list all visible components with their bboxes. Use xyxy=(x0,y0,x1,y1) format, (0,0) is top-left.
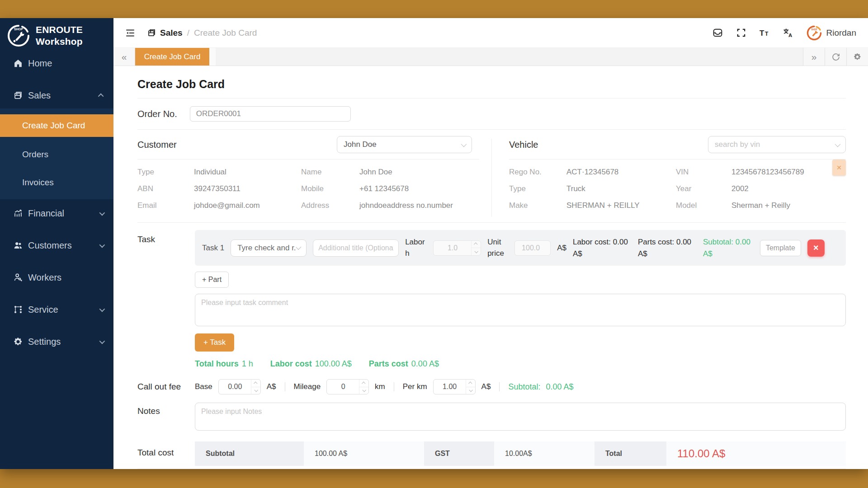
user-name: Riordan xyxy=(826,28,856,38)
inbox-button[interactable] xyxy=(712,27,723,39)
tab-settings-button[interactable] xyxy=(846,48,868,66)
detail-label: Type xyxy=(137,168,194,177)
unit-price-field[interactable] xyxy=(514,240,551,256)
stepper-up-button[interactable] xyxy=(472,241,481,248)
tab-create-job-card[interactable]: Create Job Card xyxy=(135,48,209,66)
order-no-row: Order No. xyxy=(137,99,846,129)
stepper-up-button[interactable] xyxy=(359,380,368,387)
detail-label: Name xyxy=(301,168,359,177)
font-size-button[interactable]: T T xyxy=(759,27,770,39)
avatar: SHOP xyxy=(807,25,822,41)
stepper-down-button[interactable] xyxy=(466,387,475,394)
parts-cost-total-value: 0.00 A$ xyxy=(411,359,439,368)
sidebar-item-label: Sales xyxy=(28,90,51,101)
sidebar-item-service[interactable]: Service xyxy=(0,299,113,320)
breadcrumb-sales-link[interactable]: Sales xyxy=(147,28,183,38)
app-window: SHOP ENROUTE Workshop Home xyxy=(0,18,868,469)
reload-icon xyxy=(831,52,840,61)
stepper-handles[interactable] xyxy=(471,241,481,255)
chevron-up-icon xyxy=(362,381,365,385)
sidebar-item-customers[interactable]: Customers xyxy=(0,235,113,256)
task-labor-cost: Labor cost: 0.00 A$ xyxy=(573,236,632,259)
per-km-stepper[interactable] xyxy=(433,379,476,394)
add-part-button[interactable]: + Part xyxy=(195,272,229,288)
sidebar-fold-button[interactable] xyxy=(123,26,137,40)
chevron-down-icon xyxy=(461,141,467,147)
call-out-fee-row: Call out fee Base A$ Mileage xyxy=(137,372,846,401)
stepper-down-button[interactable] xyxy=(251,387,260,394)
tab-reload-button[interactable] xyxy=(825,48,846,66)
subtotal-header-cell: Subtotal xyxy=(195,441,304,466)
template-button[interactable]: Template xyxy=(760,240,801,256)
chevron-down-icon xyxy=(469,388,472,392)
call-out-subtotal-value: 0.00 A$ xyxy=(546,382,573,392)
gst-value-cell: 10.00A$ xyxy=(494,441,594,466)
sidebar-item-label: Home xyxy=(28,58,52,69)
mileage-stepper[interactable] xyxy=(326,379,369,394)
svg-text:T: T xyxy=(765,31,769,37)
fullscreen-icon xyxy=(736,28,746,38)
remove-task-button[interactable]: × xyxy=(807,239,825,257)
notes-textarea[interactable] xyxy=(195,403,846,431)
order-no-input[interactable] xyxy=(190,106,351,122)
stepper-down-button[interactable] xyxy=(359,387,368,394)
parts-cost-total-label: Parts cost xyxy=(369,359,408,368)
order-no-label: Order No. xyxy=(137,109,177,119)
tabs-scroll-right-button[interactable]: » xyxy=(803,48,825,66)
detail-value: Sherman + Reilly xyxy=(731,201,813,210)
user-menu[interactable]: SHOP Riordan xyxy=(807,25,856,41)
customer-details: Type Individual Name John Doe ABN 392473… xyxy=(137,168,479,210)
labor-cost-total-label: Labor cost xyxy=(270,359,312,368)
close-icon: × xyxy=(836,163,841,173)
inbox-icon xyxy=(712,27,723,38)
base-fee-stepper[interactable] xyxy=(218,379,261,394)
task-title-input[interactable] xyxy=(313,239,399,257)
svg-text:A: A xyxy=(788,33,792,38)
sidebar-item-label: Create Job Card xyxy=(22,121,85,131)
labor-hours-stepper[interactable] xyxy=(433,240,481,256)
total-value-cell: 110.00 A$ xyxy=(666,441,846,466)
customer-vehicle-section: Customer John Doe Type Individual Name J… xyxy=(137,130,846,222)
sidebar-item-orders[interactable]: Orders xyxy=(0,144,113,165)
call-out-fee-label: Call out fee xyxy=(137,382,195,392)
notes-row: Notes xyxy=(137,401,846,438)
translate-button[interactable]: A xyxy=(782,27,794,39)
unit-price-input[interactable] xyxy=(515,244,550,252)
sidebar-item-sales[interactable]: Sales xyxy=(0,85,113,106)
sidebar-item-workers[interactable]: Workers xyxy=(0,267,113,288)
detail-label: Year xyxy=(676,184,731,193)
stepper-handles[interactable] xyxy=(359,380,368,394)
detail-value: John Doe xyxy=(359,168,479,177)
sidebar-item-home[interactable]: Home xyxy=(0,53,113,74)
fullscreen-button[interactable] xyxy=(735,27,747,39)
task-comment-textarea[interactable] xyxy=(195,294,846,326)
chevron-down-icon xyxy=(296,244,301,250)
task-totals: Total hours1 h Labor cost100.00 A$ Parts… xyxy=(195,359,846,369)
stepper-up-button[interactable] xyxy=(251,380,260,387)
add-task-button[interactable]: + Task xyxy=(195,333,234,352)
stepper-handles[interactable] xyxy=(251,380,260,394)
sidebar-item-create-job-card[interactable]: Create Job Card xyxy=(0,114,113,137)
vehicle-clear-button[interactable]: × xyxy=(832,160,846,176)
sidebar-nav: Home Sales Create Job Card Orders xyxy=(0,53,113,352)
stepper-up-button[interactable] xyxy=(466,380,475,387)
sidebar-item-financial[interactable]: Financial xyxy=(0,203,113,224)
detail-value: +61 12345678 xyxy=(359,184,479,193)
menu-fold-icon xyxy=(125,28,136,38)
labor-cost-total-value: 100.00 A$ xyxy=(315,359,352,368)
sidebar-item-settings[interactable]: Settings xyxy=(0,331,113,352)
vertical-divider xyxy=(285,382,285,391)
stepper-down-button[interactable] xyxy=(472,248,481,255)
task-type-select[interactable]: Tyre check and r... xyxy=(231,239,307,257)
sidebar-item-invoices[interactable]: Invoices xyxy=(0,172,113,193)
sales-submenu: Create Job Card Orders Invoices xyxy=(0,108,113,199)
tabs-scroll-left-button[interactable]: « xyxy=(113,48,135,66)
chevron-up-icon xyxy=(468,381,472,385)
stepper-handles[interactable] xyxy=(466,380,475,394)
customer-select[interactable]: John Doe xyxy=(337,136,472,153)
chevron-down-icon xyxy=(475,249,478,253)
vehicle-search-select[interactable]: search by vin xyxy=(708,136,846,153)
detail-value: 39247350311 xyxy=(194,184,301,193)
mileage-unit-label: km xyxy=(375,382,385,391)
total-hours-label: Total hours xyxy=(195,359,239,368)
